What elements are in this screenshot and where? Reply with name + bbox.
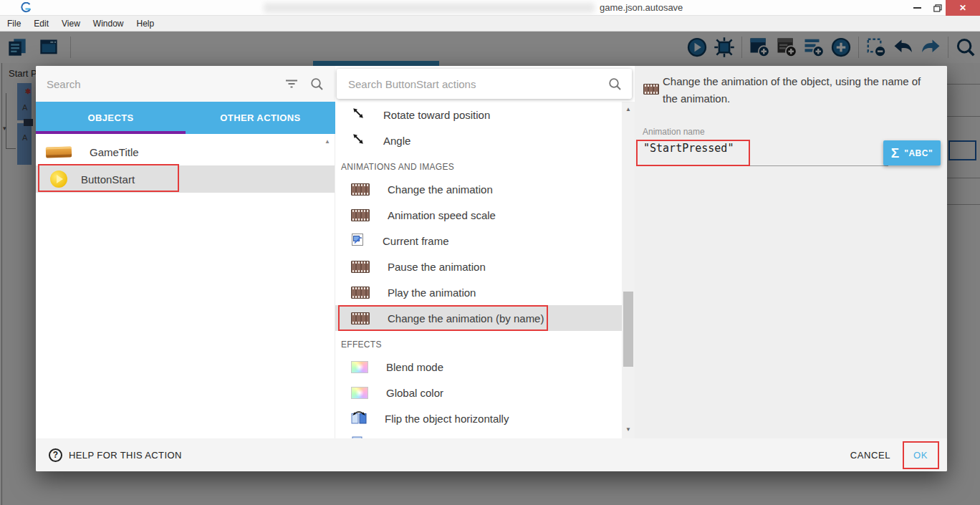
film-icon — [351, 209, 370, 221]
action-editor-dialog: OBJECTS OTHER ACTIONS GameTitle ButtonSt… — [36, 66, 947, 471]
actions-search-bar — [337, 69, 632, 99]
scrollbar-thumb[interactable] — [623, 292, 633, 367]
action-row[interactable]: Pause the animation — [335, 254, 622, 279]
buttonstart-thumbnail-icon — [50, 170, 67, 188]
menu-view[interactable]: View — [62, 19, 80, 29]
help-link[interactable]: ? HELP FOR THIS ACTION — [49, 438, 182, 471]
animation-name-input[interactable] — [643, 142, 858, 155]
title-bar: game.json.autosave ✕ — [0, 0, 980, 16]
rotate-arrow-icon — [351, 132, 365, 149]
search-icon[interactable] — [310, 77, 324, 91]
scroll-up-arrow-icon[interactable]: ▲ — [325, 138, 330, 145]
actions-list: Rotate toward position Angle ANIMATIONS … — [335, 102, 622, 438]
input-underline — [643, 165, 888, 166]
minimize-button[interactable] — [907, 0, 927, 16]
action-row-change-animation-by-name[interactable]: Change the animation (by name) — [335, 305, 622, 331]
window-title: game.json.autosave — [600, 2, 683, 13]
abc-label: "ABC" — [904, 148, 933, 158]
sigma-icon: Σ — [891, 145, 899, 161]
action-row[interactable]: Flip the object horizontally — [335, 405, 622, 431]
film-icon — [643, 84, 659, 95]
rotate-arrow-icon — [351, 106, 365, 123]
objects-search-bar — [36, 66, 335, 102]
objects-search-input[interactable] — [36, 78, 284, 90]
scroll-down-arrow-icon[interactable]: ▼ — [625, 426, 631, 433]
objects-tab-bar: OBJECTS OTHER ACTIONS — [36, 102, 335, 134]
redacted-path-blur — [264, 3, 595, 13]
action-row[interactable]: Rotate toward position — [335, 102, 622, 128]
objects-list: GameTitle ButtonStart — [36, 134, 335, 438]
scroll-up-arrow-icon[interactable]: ▲ — [625, 106, 631, 112]
rainbow-icon — [351, 387, 368, 399]
menu-edit[interactable]: Edit — [34, 19, 49, 29]
maximize-button[interactable] — [928, 0, 948, 16]
menu-file[interactable]: File — [7, 19, 21, 29]
action-row-partial[interactable] — [335, 431, 622, 438]
gametitle-thumbnail-icon — [46, 146, 72, 158]
action-description: Change the animation of the object, usin… — [663, 73, 938, 107]
actions-search-input[interactable] — [337, 78, 608, 90]
rainbow-icon — [351, 361, 368, 373]
menu-help[interactable]: Help — [137, 19, 155, 29]
search-icon[interactable] — [608, 77, 622, 91]
film-icon — [351, 183, 370, 196]
dialog-footer: ? HELP FOR THIS ACTION CANCEL OK — [36, 438, 947, 471]
close-button[interactable]: ✕ — [946, 0, 980, 16]
gdevelop-app-window: game.json.autosave ✕ File Edit View Wind… — [0, 0, 980, 505]
action-row[interactable]: Change the animation — [335, 176, 622, 202]
actions-scrollbar[interactable]: ▲ ▼ — [622, 102, 635, 438]
ok-button[interactable]: OK — [904, 438, 937, 471]
object-row-gametitle[interactable]: GameTitle — [36, 138, 335, 165]
help-question-icon: ? — [49, 448, 62, 462]
film-icon — [351, 287, 370, 299]
object-row-buttonstart[interactable]: ButtonStart — [36, 165, 335, 193]
close-icon: ✕ — [959, 3, 966, 13]
gdevelop-logo-icon — [20, 2, 32, 16]
film-icon — [351, 312, 370, 324]
animation-name-label: Animation name — [643, 127, 705, 137]
tab-objects[interactable]: OBJECTS — [36, 102, 186, 134]
filter-icon[interactable] — [284, 77, 299, 90]
section-header: ANIMATIONS AND IMAGES — [335, 153, 622, 176]
menu-bar: File Edit View Window Help — [0, 16, 980, 32]
flip-horizontal-icon — [351, 410, 367, 427]
menu-window[interactable]: Window — [93, 19, 124, 29]
action-row[interactable]: Angle — [335, 128, 622, 153]
action-row[interactable]: Blend mode — [335, 354, 622, 380]
action-row[interactable]: Play the animation — [335, 279, 622, 305]
parameters-panel: Change the animation of the object, usin… — [635, 66, 947, 438]
tab-other-actions[interactable]: OTHER ACTIONS — [186, 102, 335, 134]
action-row[interactable]: Current frame — [335, 228, 622, 254]
action-row[interactable]: Global color — [335, 380, 622, 405]
expression-editor-button[interactable]: Σ "ABC" — [883, 140, 941, 165]
frame-icon — [351, 233, 365, 249]
cancel-button[interactable]: CANCEL — [844, 438, 897, 471]
section-header: EFFECTS — [335, 331, 622, 354]
film-icon — [351, 261, 370, 273]
action-row[interactable]: Animation speed scale — [335, 202, 622, 228]
